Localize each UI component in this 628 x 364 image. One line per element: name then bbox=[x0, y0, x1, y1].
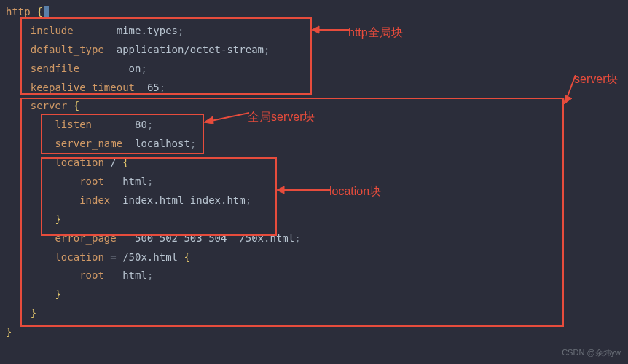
global-server-label: 全局server块 bbox=[248, 106, 315, 128]
server-block-label: server块 bbox=[574, 68, 618, 90]
arrow-server-block bbox=[564, 75, 578, 104]
nginx-config-code: http { include mime.types; default_type … bbox=[6, 3, 628, 342]
svg-marker-3 bbox=[564, 95, 572, 104]
svg-line-4 bbox=[211, 113, 249, 121]
text-cursor bbox=[44, 6, 49, 17]
http-global-label: http全局块 bbox=[348, 22, 403, 44]
watermark: CSDN @余炜yw bbox=[562, 345, 621, 360]
location-block-label: location块 bbox=[329, 181, 381, 202]
svg-marker-1 bbox=[312, 26, 319, 33]
arrow-location-block bbox=[277, 186, 331, 194]
svg-line-2 bbox=[567, 75, 576, 98]
svg-marker-7 bbox=[277, 186, 284, 194]
arrow-http-global bbox=[312, 25, 350, 34]
svg-marker-5 bbox=[204, 116, 213, 124]
arrow-global-server bbox=[204, 111, 249, 125]
